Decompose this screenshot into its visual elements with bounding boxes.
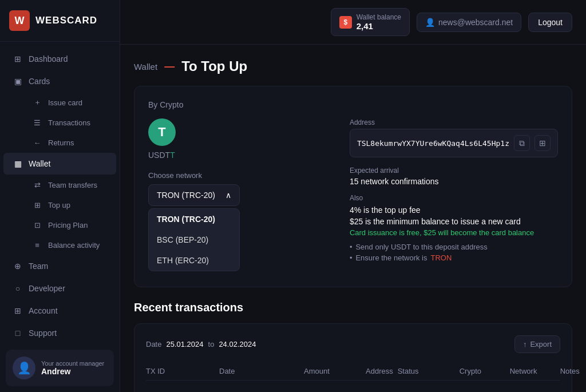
bullet-item-1: Send only USDT to this deposit address [350, 243, 558, 251]
col-network: Network [510, 367, 556, 375]
network-dropdown: TRON (TRC-20) BSC (BEP-20) ETH (ERC-20) [148, 208, 240, 271]
user-icon: 👤 [425, 18, 435, 27]
wallet-balance-info: Wallet balance 2,41 [357, 13, 401, 31]
export-icon: ↑ [523, 340, 527, 349]
table-row: 0385–5a1f–4891–b828–ecb9... Feb 22, 2024… [146, 385, 560, 392]
wallet-balance-button[interactable]: $ Wallet balance 2,41 [331, 8, 410, 36]
network-option-erc20[interactable]: ETH (ERC-20) [149, 250, 239, 271]
topup-left: T USDTT Choose network TRON (TRC-20) ∧ T… [148, 118, 331, 273]
fee-text: 4% is the top up fee [350, 205, 558, 215]
qr-address-button[interactable]: ⊞ [534, 135, 551, 151]
logo-icon: W [9, 10, 30, 31]
topup-layout: T USDTT Choose network TRON (TRC-20) ∧ T… [148, 118, 558, 273]
avatar: 👤 [13, 357, 35, 379]
pricing-plan-icon: ⊡ [32, 220, 42, 230]
user-email-button[interactable]: 👤 news@webscard.net [417, 13, 521, 32]
date-to[interactable]: 24.02.2024 [219, 340, 256, 349]
sidebar-label-transactions: Transactions [48, 118, 90, 127]
address-value: TSL8ekumrwYX7YUre6wKQaq4Ls6L45Hp1z [357, 139, 509, 148]
copy-address-button[interactable]: ⧉ [514, 135, 530, 151]
sidebar-item-dashboard[interactable]: ⊞ Dashboard [3, 48, 116, 70]
sidebar-sub-wallet: ⇄ Team transfers ⊞ Top up ⊡ Pricing Plan… [0, 175, 120, 255]
sidebar-item-returns[interactable]: ← Returns [23, 133, 116, 152]
header: $ Wallet balance 2,41 👤 news@webscard.ne… [120, 0, 586, 45]
team-icon: ⊕ [13, 261, 23, 271]
network-label: Choose network [148, 171, 331, 180]
sidebar-label-developer: Developer [29, 284, 65, 293]
issue-card-icon: ＋ [32, 97, 42, 108]
sidebar: W WEBSCARD ⊞ Dashboard ▣ Cards ＋ Issue c… [0, 0, 120, 392]
network-option-trc20[interactable]: TRON (TRC-20) [149, 209, 239, 229]
page-title: To Top Up [181, 58, 247, 74]
sidebar-label-top-up: Top up [48, 201, 70, 209]
col-date: Date [219, 367, 299, 375]
sidebar-item-developer[interactable]: ○ Developer [3, 278, 116, 299]
crypto-suffix: T [170, 151, 175, 160]
topup-section-label: By Crypto [148, 100, 558, 109]
sidebar-item-top-up[interactable]: ⊞ Top up [23, 195, 116, 215]
sidebar-item-issue-card[interactable]: ＋ Issue card [23, 93, 116, 112]
breadcrumb-dash: — [164, 61, 175, 73]
balance-activity-icon: ≡ [32, 240, 42, 250]
bullet-list: Send only USDT to this deposit address E… [350, 243, 558, 262]
manager-label: Your account manager [41, 360, 104, 367]
network-select[interactable]: TRON (TRC-20) ∧ [148, 184, 240, 206]
min-balance-text: $25 is the minimum balance to issue a ne… [350, 217, 558, 226]
sidebar-label-team: Team [29, 262, 48, 271]
logo-text: WEBSCARD [35, 15, 97, 26]
account-icon: ⊞ [13, 306, 23, 316]
topup-card: By Crypto T USDTT Choose network TRON (T… [134, 86, 572, 287]
sidebar-label-account: Account [29, 306, 58, 315]
col-tx-id: TX ID [146, 367, 215, 375]
sidebar-label-team-transfers: Team transfers [48, 181, 97, 189]
user-email: news@webscard.net [438, 18, 513, 27]
sidebar-item-cards[interactable]: ▣ Cards [3, 70, 116, 92]
col-amount: Amount [304, 367, 361, 375]
network-option-bep20[interactable]: BSC (BEP-20) [149, 229, 239, 250]
logout-button[interactable]: Logout [528, 13, 572, 32]
sidebar-item-wallet[interactable]: ▦ Wallet [3, 153, 116, 175]
sidebar-label-pricing-plan: Pricing Plan [48, 221, 88, 229]
sidebar-item-account[interactable]: ⊞ Account [3, 300, 116, 322]
transactions-header: Date 25.01.2024 to 24.02.2024 ↑ Export [146, 335, 560, 353]
bullet-text-1: Send only USDT to this deposit address [355, 243, 487, 251]
col-crypto: Crypto [460, 367, 505, 375]
sidebar-item-pricing-plan[interactable]: ⊡ Pricing Plan [23, 215, 116, 235]
chevron-up-icon: ∧ [225, 191, 231, 200]
crypto-icon: T [148, 118, 176, 146]
manager-info: Your account manager Andrew [41, 360, 104, 376]
issuance-info: Card issuance is free, $25 will become t… [350, 228, 558, 237]
account-manager-panel: 👤 Your account manager Andrew [6, 350, 114, 386]
wallet-icon: ▦ [13, 159, 23, 169]
transactions-icon: ☰ [32, 117, 42, 128]
sidebar-label-balance-activity: Balance activity [48, 241, 100, 250]
team-transfers-icon: ⇄ [32, 180, 42, 190]
export-button[interactable]: ↑ Export [514, 335, 560, 353]
page-title-row: Wallet — To Top Up [134, 58, 572, 74]
sidebar-item-support[interactable]: □ Support [3, 322, 116, 344]
developer-icon: ○ [13, 283, 23, 294]
export-label: Export [530, 340, 552, 349]
top-up-icon: ⊞ [32, 200, 42, 210]
sidebar-item-team[interactable]: ⊕ Team [3, 255, 116, 277]
sidebar-label-issue-card: Issue card [48, 98, 82, 107]
sidebar-item-team-transfers[interactable]: ⇄ Team transfers [23, 175, 116, 195]
col-address: Address [366, 367, 393, 375]
sidebar-label-support: Support [29, 328, 57, 338]
wallet-balance-amount: 2,41 [357, 21, 401, 31]
selected-network-label: TRON (TRC-20) [157, 191, 215, 200]
sidebar-label-dashboard: Dashboard [29, 54, 68, 64]
wallet-balance-label: Wallet balance [357, 13, 401, 21]
date-from[interactable]: 25.01.2024 [166, 340, 203, 349]
sidebar-nav: ⊞ Dashboard ▣ Cards ＋ Issue card ☰ Trans… [0, 42, 120, 344]
address-row: TSL8ekumrwYX7YUre6wKQaq4Ls6L45Hp1z ⧉ ⊞ [350, 129, 558, 157]
crypto-label: USDTT [148, 151, 331, 160]
sidebar-item-balance-activity[interactable]: ≡ Balance activity [23, 235, 116, 255]
logo: W WEBSCARD [0, 0, 120, 42]
returns-icon: ← [32, 137, 42, 148]
wallet-balance-icon: $ [339, 16, 352, 29]
main-area: $ Wallet balance 2,41 👤 news@webscard.ne… [120, 0, 586, 392]
sidebar-item-transactions[interactable]: ☰ Transactions [23, 113, 116, 132]
support-icon: □ [13, 328, 23, 338]
table-header: TX ID Date Amount Address Status Crypto … [146, 362, 560, 381]
